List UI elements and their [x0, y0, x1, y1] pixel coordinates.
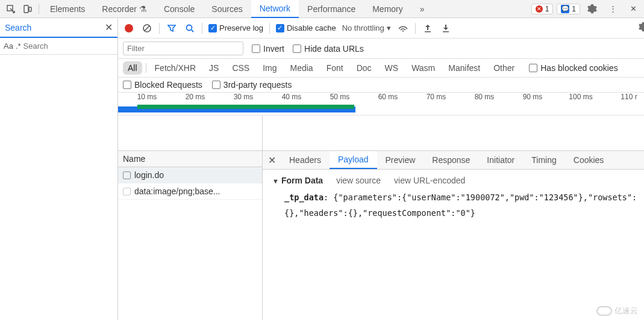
flask-icon: ⚗	[139, 4, 147, 14]
view-url-encoded-link[interactable]: view URL-encoded	[394, 176, 465, 185]
upload-har-icon[interactable]	[422, 22, 434, 34]
checkbox-checked-icon: ✓	[208, 24, 217, 32]
preserve-log-checkbox[interactable]: ✓ Preserve log	[208, 23, 263, 32]
request-name: data:image/png;base...	[134, 186, 220, 196]
has-blocked-cookies-checkbox[interactable]: Has blocked cookies	[529, 63, 617, 73]
blocked-requests-checkbox[interactable]: Blocked Requests	[123, 80, 202, 90]
clear-button[interactable]	[141, 22, 153, 34]
timeline-overview[interactable]: 10 ms20 ms30 ms 40 ms50 ms60 ms 70 ms80 …	[118, 93, 644, 115]
tab-sources[interactable]: Sources	[203, 1, 251, 17]
tab-console[interactable]: Console	[155, 1, 203, 17]
record-button[interactable]	[123, 22, 135, 34]
checkbox-unchecked-icon	[212, 81, 220, 89]
search-panel-title: Search	[5, 23, 31, 32]
errors-count: 1	[545, 5, 549, 13]
type-filter-manifest[interactable]: Manifest	[443, 61, 485, 75]
checkbox-unchecked-icon	[123, 188, 131, 195]
watermark: 亿速云	[596, 306, 638, 316]
tab-recorder-label: Recorder	[102, 4, 137, 14]
kebab-menu-icon[interactable]: ⋮	[604, 1, 621, 17]
error-icon: ✕	[536, 5, 543, 13]
form-data-entry: _tp_data: {"parameters":{"userName":"190…	[272, 190, 643, 221]
checkbox-unchecked-icon	[293, 45, 301, 53]
devtools-tabs: Elements Recorder⚗ Console Sources Netwo…	[42, 0, 531, 18]
timeline-ticks: 10 ms20 ms30 ms 40 ms50 ms60 ms 70 ms80 …	[118, 93, 644, 103]
detail-tab-cookies[interactable]: Cookies	[565, 152, 613, 168]
tab-memory[interactable]: Memory	[364, 1, 411, 17]
svg-line-4	[145, 26, 149, 31]
blocked-requests-label: Blocked Requests	[134, 80, 202, 90]
type-filter-all[interactable]: All	[123, 61, 142, 75]
detail-tab-headers[interactable]: Headers	[281, 152, 330, 168]
cloud-icon	[596, 306, 612, 316]
settings-gear-icon[interactable]	[584, 1, 601, 17]
errors-badge[interactable]: ✕ 1	[531, 4, 554, 14]
filter-input[interactable]	[123, 42, 243, 55]
throttling-label: No throttling	[342, 23, 384, 32]
search-close-icon[interactable]: ✕	[105, 22, 113, 33]
third-party-label: 3rd-party requests	[224, 80, 292, 90]
request-row[interactable]: login.do	[118, 167, 262, 183]
chevron-down-icon: ▾	[387, 23, 391, 32]
info-count: 1	[572, 5, 576, 13]
device-toggle-icon[interactable]	[19, 1, 36, 17]
tab-elements[interactable]: Elements	[42, 1, 93, 17]
checkbox-checked-icon: ✓	[276, 24, 284, 32]
tab-performance[interactable]: Performance	[299, 1, 364, 17]
svg-rect-1	[24, 5, 28, 13]
network-settings-icon[interactable]	[639, 22, 644, 34]
hide-data-urls-label: Hide data URLs	[304, 44, 364, 54]
tab-recorder[interactable]: Recorder⚗	[93, 1, 155, 17]
request-name: login.do	[134, 170, 164, 180]
info-badge[interactable]: 💬 1	[557, 4, 580, 14]
inspect-icon[interactable]	[2, 1, 19, 17]
details-close-icon[interactable]: ✕	[263, 155, 281, 166]
triangle-down-icon: ▼	[272, 177, 279, 185]
search-toolbar-icon[interactable]	[184, 22, 196, 34]
detail-tab-response[interactable]: Response	[424, 152, 478, 168]
close-devtools-icon[interactable]: ✕	[625, 1, 642, 17]
form-data-toggle[interactable]: ▼Form Data	[272, 176, 323, 185]
match-case-toggle[interactable]: Aa	[4, 42, 13, 51]
download-har-icon[interactable]	[440, 22, 452, 34]
has-blocked-cookies-label: Has blocked cookies	[540, 63, 617, 73]
watermark-text: 亿速云	[614, 306, 638, 316]
type-filter-wasm[interactable]: Wasm	[407, 61, 440, 75]
form-data-value: {"parameters":{"userName":"1900072","pwd…	[284, 192, 637, 218]
info-icon: 💬	[561, 5, 569, 13]
type-filter-other[interactable]: Other	[489, 61, 519, 75]
tabs-overflow[interactable]: »	[411, 1, 433, 17]
invert-checkbox[interactable]: Invert	[252, 44, 284, 54]
type-filter-ws[interactable]: WS	[380, 61, 404, 75]
search-input[interactable]	[23, 42, 125, 51]
svg-rect-2	[29, 7, 31, 11]
type-filter-doc[interactable]: Doc	[352, 61, 377, 75]
type-filter-fetch-xhr[interactable]: Fetch/XHR	[150, 61, 201, 75]
preserve-log-label: Preserve log	[219, 23, 263, 32]
type-filter-img[interactable]: Img	[258, 61, 281, 75]
detail-tab-preview[interactable]: Preview	[377, 152, 424, 168]
tab-network[interactable]: Network	[251, 0, 299, 18]
network-conditions-icon[interactable]	[397, 22, 409, 34]
checkbox-unchecked-icon	[123, 81, 131, 89]
type-filter-js[interactable]: JS	[204, 61, 224, 75]
regex-toggle[interactable]: .*	[16, 42, 21, 51]
filter-funnel-icon[interactable]	[166, 22, 178, 34]
detail-tab-timing[interactable]: Timing	[523, 152, 565, 168]
hide-data-urls-checkbox[interactable]: Hide data URLs	[293, 44, 364, 54]
detail-tab-initiator[interactable]: Initiator	[478, 152, 523, 168]
name-column-header[interactable]: Name	[118, 150, 262, 167]
type-filter-media[interactable]: Media	[286, 61, 318, 75]
form-data-title: Form Data	[281, 176, 323, 185]
view-source-link[interactable]: view source	[336, 176, 381, 185]
request-row[interactable]: data:image/png;base...	[118, 183, 262, 200]
invert-label: Invert	[263, 44, 284, 54]
checkbox-unchecked-icon	[252, 45, 260, 53]
third-party-checkbox[interactable]: 3rd-party requests	[212, 80, 292, 90]
throttling-select[interactable]: No throttling ▾	[342, 23, 391, 32]
type-filter-font[interactable]: Font	[322, 61, 348, 75]
detail-tab-payload[interactable]: Payload	[330, 151, 377, 169]
type-filter-css[interactable]: CSS	[227, 61, 254, 75]
disable-cache-label: Disable cache	[287, 23, 336, 32]
disable-cache-checkbox[interactable]: ✓ Disable cache	[276, 23, 336, 32]
